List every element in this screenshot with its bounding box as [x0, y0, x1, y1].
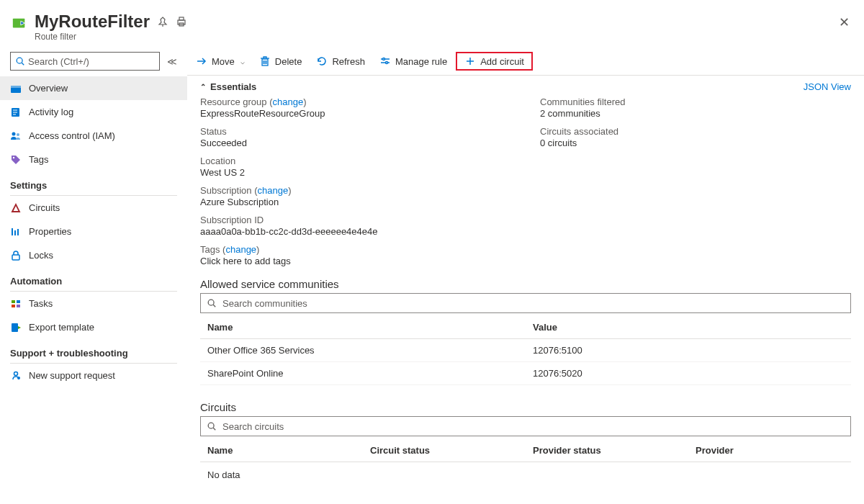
essentials-toggle[interactable]: ⌃ Essentials JSON View [200, 81, 851, 92]
svg-point-40 [208, 423, 214, 428]
circuits-assoc-value: 0 circuits [540, 138, 851, 148]
sidebar-item-tags[interactable]: Tags [0, 148, 187, 171]
status-label: Status [200, 126, 511, 137]
tags-value[interactable]: Click here to add tags [200, 256, 511, 266]
svg-line-5 [22, 63, 24, 65]
essentials-heading: Essentials [210, 81, 256, 92]
circuits-icon [10, 202, 22, 214]
svg-rect-23 [12, 323, 18, 332]
cmd-label: Refresh [332, 56, 365, 67]
status-value: Succeeded [200, 138, 511, 148]
close-icon[interactable]: ✕ [836, 12, 852, 33]
svg-rect-18 [12, 255, 19, 260]
sidebar-item-locks[interactable]: Locks [0, 243, 187, 267]
collapse-sidebar-icon[interactable]: ≪ [166, 55, 179, 68]
delete-button[interactable]: Delete [253, 53, 308, 70]
nav-group-support: Support + troubleshooting [0, 339, 187, 361]
subscription-label: Subscription (change) [200, 185, 511, 196]
activity-log-icon [10, 107, 22, 118]
svg-rect-7 [11, 86, 21, 88]
sidebar-item-tasks[interactable]: Tasks [0, 292, 187, 315]
resource-group-value[interactable]: ExpressRouteResourceGroup [200, 108, 511, 119]
nav-label: Export template [29, 322, 94, 333]
svg-rect-21 [12, 305, 15, 307]
table-row[interactable]: SharePoint Online 12076:5020 [200, 362, 851, 385]
svg-rect-2 [179, 17, 184, 20]
nav-label: Activity log [29, 107, 73, 117]
circuits-assoc-label: Circuits associated [540, 126, 851, 137]
nav-label: Tags [29, 154, 48, 165]
page-subtitle: Route filter [35, 32, 836, 42]
svg-point-35 [385, 62, 387, 64]
cmd-label: Add circuit [480, 56, 524, 67]
sidebar-item-iam[interactable]: Access control (IAM) [0, 124, 187, 148]
tasks-icon [10, 298, 22, 310]
sidebar-item-export-template[interactable]: Export template [0, 315, 187, 339]
sidebar-nav: Overview Activity log Access control (IA… [0, 76, 187, 504]
add-circuit-button[interactable]: Add circuit [456, 52, 533, 71]
change-rg-link[interactable]: change [272, 96, 303, 107]
cell-name: SharePoint Online [200, 362, 526, 385]
search-icon [207, 298, 217, 308]
tags-label: Tags (change) [200, 244, 511, 255]
search-icon [207, 421, 217, 431]
col-status[interactable]: Circuit status [363, 439, 526, 462]
essentials-section: ⌃ Essentials JSON View Resource group (c… [187, 76, 864, 272]
search-circuits-input[interactable]: Search circuits [200, 416, 851, 436]
resource-group-label: Resource group (change) [200, 96, 511, 107]
col-provider-status[interactable]: Provider status [526, 439, 688, 462]
col-name[interactable]: Name [200, 439, 363, 462]
overview-icon [10, 83, 22, 94]
allowed-communities-section: Allowed service communities Search commu… [187, 272, 864, 385]
sidebar-item-activity-log[interactable]: Activity log [0, 100, 187, 124]
nav-label: Tasks [29, 298, 53, 309]
subid-value: aaaa0a0a-bb1b-cc2c-dd3d-eeeeee4e4e4e [200, 226, 511, 237]
nav-label: Circuits [29, 202, 60, 213]
nav-label: Overview [29, 83, 68, 94]
json-view-link[interactable]: JSON View [804, 81, 851, 92]
search-placeholder: Search communities [222, 298, 307, 309]
page-title: MyRouteFilter [35, 12, 150, 32]
change-tags-link[interactable]: change [225, 244, 256, 255]
subscription-value[interactable]: Azure Subscription [200, 197, 511, 207]
search-placeholder: Search (Ctrl+/) [28, 56, 89, 67]
col-provider[interactable]: Provider [688, 439, 851, 462]
sidebar-search-input[interactable]: Search (Ctrl+/) [10, 52, 160, 71]
communities-table: Name Value Other Office 365 Services 120… [200, 316, 851, 385]
svg-point-38 [208, 300, 214, 305]
change-sub-link[interactable]: change [258, 185, 289, 196]
nav-label: Locks [29, 250, 53, 261]
svg-rect-22 [17, 305, 20, 307]
nav-label: Access control (IAM) [29, 130, 115, 141]
cmd-label: Move [212, 56, 235, 67]
communities-value: 2 communities [540, 108, 851, 119]
move-button[interactable]: Move ⌵ [190, 53, 251, 70]
col-value[interactable]: Value [526, 316, 851, 339]
col-name[interactable]: Name [200, 316, 526, 339]
no-data-text: No data [200, 462, 851, 487]
manage-rule-button[interactable]: Manage rule [374, 53, 453, 70]
svg-rect-19 [12, 300, 15, 303]
refresh-icon [316, 55, 328, 67]
sidebar-item-new-support[interactable]: New support request [0, 364, 187, 387]
iam-icon [10, 130, 22, 142]
print-icon[interactable] [176, 16, 187, 27]
allowed-title: Allowed service communities [200, 278, 851, 290]
svg-rect-20 [17, 300, 20, 303]
search-communities-input[interactable]: Search communities [200, 293, 851, 313]
circuits-table: Name Circuit status Provider status Prov… [200, 439, 851, 462]
refresh-button[interactable]: Refresh [310, 53, 371, 70]
tags-icon [10, 154, 22, 166]
table-row[interactable]: Other Office 365 Services 12076:5100 [200, 339, 851, 362]
svg-point-4 [17, 58, 22, 63]
command-bar: Move ⌵ Delete Refresh Manage rule Add ci… [187, 48, 864, 76]
sidebar-item-circuits[interactable]: Circuits [0, 196, 187, 220]
sidebar-item-overview[interactable]: Overview [0, 76, 187, 100]
cell-value: 12076:5020 [526, 362, 851, 385]
sidebar-item-properties[interactable]: Properties [0, 220, 187, 243]
title-block: MyRouteFilter Route filter [35, 12, 836, 42]
svg-point-14 [13, 156, 14, 158]
circuits-title: Circuits [200, 401, 851, 413]
pin-icon[interactable] [157, 16, 168, 27]
cmd-label: Delete [275, 56, 302, 67]
